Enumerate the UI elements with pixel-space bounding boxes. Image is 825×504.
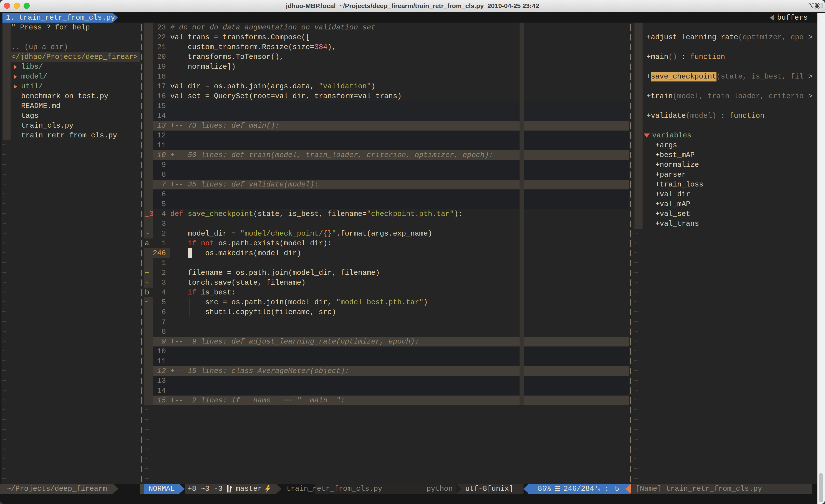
svg-text:1: 1: [820, 3, 823, 9]
